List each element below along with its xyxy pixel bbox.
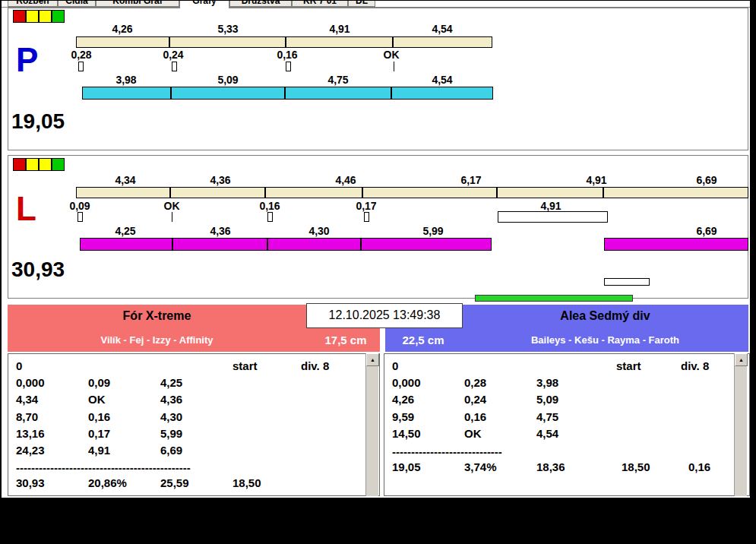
bar-segment: [265, 187, 362, 198]
left-team-players: Vilík - Fej - Izzy - Affinity: [8, 334, 306, 346]
table-cell: 4,26: [392, 393, 414, 406]
measurement-value: 3,98: [100, 74, 153, 86]
measurement-value: 4,91: [570, 174, 623, 186]
status-light-yellow: [26, 10, 39, 23]
gap-marker: [286, 62, 291, 71]
table-cell: 0: [392, 359, 398, 372]
status-light-green: [52, 158, 65, 171]
right-team-name: Alea Sedmý div: [462, 309, 748, 323]
table-total-cell: 18,50: [622, 460, 650, 473]
table-total-cell: 0,16: [688, 460, 710, 473]
table-cell: 0,17: [88, 427, 110, 440]
tab-kombi-graf[interactable]: Kombi Graf: [96, 1, 179, 7]
tab-grafy[interactable]: Grafy: [179, 1, 229, 8]
table-cell: OK: [88, 393, 106, 406]
table-cell: 0,24: [464, 393, 486, 406]
pending-bar: [498, 211, 608, 223]
table-cell: 4,34: [16, 393, 38, 406]
datetime-display: 12.10.2025 13:49:38: [306, 303, 463, 328]
measurement-value: 4,75: [312, 74, 365, 86]
bar-segment: [172, 238, 267, 251]
up-arrow-icon: ▲: [739, 357, 744, 362]
gap-value: 0,24: [147, 49, 200, 61]
table-divider: ----------------------------------------…: [16, 461, 191, 474]
tab-dl[interactable]: DL: [348, 1, 375, 7]
table-cell: 0,28: [464, 376, 486, 389]
measurement-value: 4,30: [293, 225, 346, 237]
gap-value: 0,28: [55, 49, 108, 61]
ok-tick-mark: [172, 212, 172, 222]
tab-cidla[interactable]: Cidla: [58, 1, 96, 7]
measurement-value: 5,99: [406, 225, 460, 237]
gap-value: 0,17: [340, 200, 393, 212]
tab-rozbeh[interactable]: Rozbeh: [8, 1, 58, 7]
table-total-cell: 19,05: [392, 460, 421, 473]
scroll-up-button[interactable]: ▲: [366, 353, 379, 366]
status-light-green: [52, 10, 65, 23]
gap-marker: [78, 62, 84, 71]
tab-druzstva[interactable]: Druzstva: [229, 1, 292, 7]
gap-value: 0,09: [53, 200, 106, 212]
left-table-scrollbar[interactable]: ▲: [365, 353, 378, 496]
scroll-up-button[interactable]: ▲: [735, 353, 748, 366]
gap-value: 0,16: [261, 49, 314, 61]
table-cell: 4,25: [160, 376, 182, 389]
table-cell: 4,36: [160, 393, 182, 406]
table-total-cell: 25,59: [160, 476, 189, 489]
table-cell: 9,59: [392, 410, 414, 423]
gap-value: OK: [145, 200, 198, 212]
left-team-name: Fór X-treme: [8, 309, 306, 323]
bar-segment: [267, 238, 361, 251]
bar-segment: [80, 238, 172, 251]
gap-marker: [77, 212, 83, 222]
bar-segment: [76, 36, 169, 48]
bar-segment: [76, 187, 170, 198]
measurement-value: 6,69: [680, 225, 733, 237]
table-cell: 24,23: [16, 444, 45, 457]
left-team-distance: 17,5 cm: [312, 334, 380, 346]
lane-total: 30,93: [11, 258, 65, 282]
table-total-cell: 20,86%: [88, 476, 127, 489]
table-cell: 8,70: [16, 410, 38, 423]
table-cell: 6,69: [160, 444, 182, 457]
right-team-players: Baileys - Kešu - Rayma - Faroth: [462, 334, 748, 346]
table-total-cell: 18,36: [536, 460, 565, 473]
lane-total: 19,05: [11, 109, 65, 134]
measurement-value: 6,17: [444, 174, 498, 186]
bar-segment: [170, 187, 265, 198]
table-total-cell: 18,50: [232, 476, 261, 489]
measurement-value: 4,91: [313, 23, 366, 35]
measurement-value: 6,69: [680, 174, 733, 186]
status-light-yellow: [26, 158, 39, 171]
table-divider: -----------------------------: [392, 445, 502, 458]
progress-bar-fragment: [475, 295, 633, 302]
bar-segment: [603, 187, 748, 198]
table-cell: 4,30: [160, 410, 182, 423]
bar-segment: [285, 87, 391, 100]
table-cell: 4,75: [536, 410, 558, 423]
up-arrow-icon: ▲: [370, 357, 375, 362]
right-table-scrollbar[interactable]: ▲: [734, 353, 747, 496]
measurement-value: 4,46: [319, 174, 372, 186]
tab-kr[interactable]: KR 7 01: [292, 1, 348, 7]
status-light-yellow: [39, 158, 52, 171]
table-cell: OK: [464, 427, 482, 440]
panel-l: L 4,34 4,36 4,46 6,17 4,91 6,69 0,09 OK …: [8, 155, 748, 299]
gap-value: OK: [365, 49, 418, 61]
table-cell: 14,50: [392, 427, 421, 440]
gap-value: 4,91: [524, 200, 577, 212]
table-cell: 0: [16, 359, 22, 372]
status-light-yellow: [39, 10, 52, 23]
left-score-table: 0 start div. 8 0,000 0,09 4,25 4,34 OK 4…: [8, 353, 380, 496]
table-cell: 5,09: [536, 393, 558, 406]
ok-tick-mark: [394, 62, 394, 71]
table-cell: div. 8: [301, 359, 329, 372]
bar-segment: [604, 238, 748, 251]
table-cell: 4,54: [536, 427, 558, 440]
table-cell: 0,09: [88, 376, 110, 389]
bar-segment: [169, 36, 286, 48]
partial-bar-fragment: [604, 278, 650, 286]
measurement-value: 4,25: [99, 225, 152, 237]
table-cell: 0,000: [16, 376, 45, 389]
measurement-value: 4,36: [194, 225, 247, 237]
